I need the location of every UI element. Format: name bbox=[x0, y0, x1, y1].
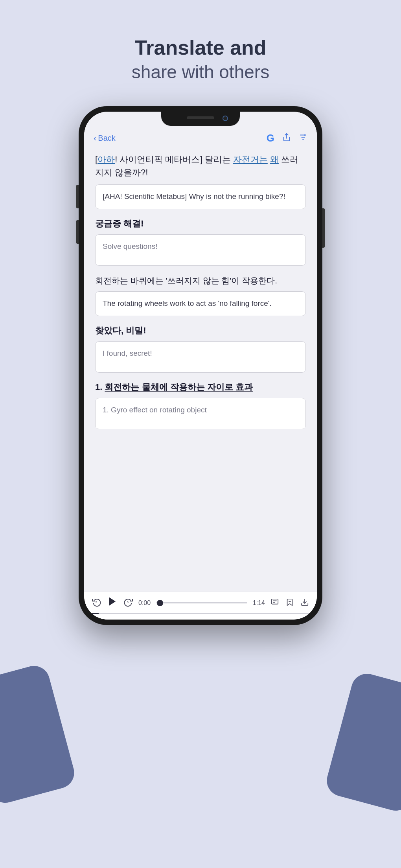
audio-end-time: 1:14 bbox=[253, 600, 265, 607]
numbered-heading-text: 회전하는 물체에 작용하는 자이로 효과 bbox=[105, 382, 252, 392]
content-box-solve: Solve questions! bbox=[95, 234, 306, 266]
side-button-left-bottom bbox=[76, 220, 79, 244]
audio-bar: 5 5 bbox=[84, 592, 317, 620]
phone-frame: ‹ Back G bbox=[79, 106, 322, 625]
side-button-left-top bbox=[76, 185, 79, 208]
korean-body-1: 회전하는 바퀴에는 '쓰러지지 않는 힘'이 작용한다. bbox=[95, 274, 306, 287]
highlight-aha: 아하 bbox=[97, 154, 115, 164]
nav-icons: G bbox=[267, 132, 307, 144]
numbered-heading-1: 1. 회전하는 물체에 작용하는 자이로 효과 bbox=[95, 381, 306, 393]
notch-camera bbox=[223, 116, 228, 121]
audio-rewind-icon[interactable]: 5 bbox=[92, 597, 101, 609]
audio-progress-thumb bbox=[157, 600, 163, 606]
audio-bookmark-icon[interactable] bbox=[285, 598, 294, 608]
bg-decor-right bbox=[323, 670, 401, 814]
side-button-right bbox=[322, 208, 325, 248]
svg-marker-6 bbox=[109, 598, 116, 606]
content-box-gyro: 1. Gyro effect on rotating object bbox=[95, 398, 306, 429]
header-title-line1: Translate and bbox=[132, 35, 269, 60]
section-heading-1: 궁금증 해결! bbox=[95, 218, 306, 230]
svg-rect-8 bbox=[272, 599, 278, 604]
audio-current-time: 0:00 bbox=[138, 600, 151, 607]
phone-screen: ‹ Back G bbox=[84, 112, 317, 620]
bg-decor-left bbox=[0, 662, 78, 806]
audio-play-icon[interactable] bbox=[107, 596, 118, 610]
translation-box-2: The rotating wheels work to act as 'no f… bbox=[95, 291, 306, 316]
notch-speaker bbox=[187, 116, 214, 119]
phone-notch bbox=[161, 112, 240, 126]
chevron-left-icon: ‹ bbox=[94, 133, 96, 143]
nav-back-label: Back bbox=[98, 134, 115, 143]
numbered-heading-number: 1. bbox=[95, 382, 105, 392]
translation-text-1: [AHA! Scientific Metabus] Why is not the… bbox=[103, 192, 285, 200]
nav-back-button[interactable]: ‹ Back bbox=[94, 133, 116, 143]
svg-point-4 bbox=[304, 134, 306, 136]
audio-full-progress-track bbox=[92, 613, 309, 614]
header-area: Translate and share with others bbox=[132, 35, 269, 83]
scroll-area[interactable]: [아하! 사이언티픽 메타버스] 달리는 자전거는 왜 쓰러지지 않을까?! [… bbox=[84, 149, 317, 592]
header-title-line2: share with others bbox=[132, 61, 269, 83]
phone-wrapper: ‹ Back G bbox=[79, 106, 322, 625]
svg-text:5: 5 bbox=[127, 601, 129, 603]
svg-text:5: 5 bbox=[96, 601, 97, 603]
article-title-korean: [아하! 사이언티픽 메타버스] 달리는 자전거는 왜 쓰러지지 않을까?! bbox=[95, 153, 306, 179]
audio-right-icons bbox=[270, 598, 309, 608]
audio-forward-icon[interactable]: 5 bbox=[123, 597, 133, 609]
share-icon[interactable] bbox=[282, 133, 291, 144]
audio-full-progress-fill bbox=[92, 613, 99, 614]
highlight-why: 왜 bbox=[270, 154, 279, 164]
google-icon[interactable]: G bbox=[267, 132, 274, 144]
screen-content: ‹ Back G bbox=[84, 112, 317, 620]
audio-controls: 5 5 bbox=[92, 596, 309, 610]
audio-progress-bar[interactable] bbox=[156, 602, 247, 603]
audio-transcript-icon[interactable] bbox=[270, 598, 279, 608]
content-box-secret: I found, secret! bbox=[95, 341, 306, 373]
audio-download-icon[interactable] bbox=[300, 598, 309, 608]
filter-icon[interactable] bbox=[299, 133, 307, 144]
highlight-bicycle: 자전거는 bbox=[233, 154, 268, 164]
translation-box-1: [AHA! Scientific Metabus] Why is not the… bbox=[95, 184, 306, 209]
section-heading-2: 찾았다, 비밀! bbox=[95, 325, 306, 337]
